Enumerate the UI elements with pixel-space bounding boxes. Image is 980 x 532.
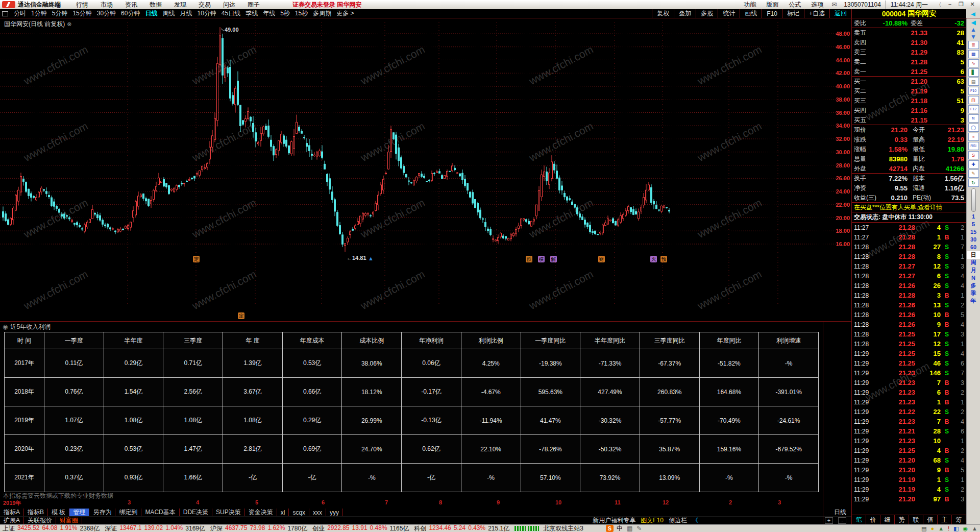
quote-tab-价[interactable]: 价 [866,515,880,524]
coin-icon[interactable]: ● [930,525,934,532]
bottom-tab-scqx[interactable]: scqx [289,509,309,516]
strip-period-季[interactable]: 季 [967,289,980,297]
period-tab-15秒[interactable]: 15秒 [292,9,310,18]
menu-item-版面[interactable]: 版面 [761,1,783,9]
bottom-tab-xxx[interactable]: xxx [309,509,326,516]
server-name[interactable]: 北京双线主站3 [543,524,583,532]
maximize-button[interactable]: ❐ [955,1,967,9]
strip-period-15[interactable]: 15 [967,228,980,236]
layout-icon[interactable] [2,11,8,16]
menu-item-数据[interactable]: 数据 [143,1,168,9]
wave-icon[interactable]: ≈ [968,133,979,141]
bottom-tab-yyy[interactable]: yyy [326,509,343,516]
period-tab-1分钟[interactable]: 1分钟 [29,9,50,18]
strip-period-日[interactable]: 日 [967,251,980,259]
quote-tab-筹[interactable]: 筹 [952,515,966,524]
tree-icon[interactable]: ▲ [938,525,944,532]
rsi-icon[interactable]: RSI [968,142,979,150]
collapse-icon[interactable]: ◉ [3,323,8,330]
strip-period-多[interactable]: 多 [967,282,980,289]
bid-row[interactable]: 买四21.169 [852,106,966,115]
quote-tab-联[interactable]: 联 [909,515,923,524]
period-tab-15分钟[interactable]: 15分钟 [70,9,94,18]
panel-icon[interactable]: ◧ [953,525,959,532]
big-order-alert[interactable]: 在买盘***位置有大买单,查看详情 [852,203,966,212]
s-indicator-icon[interactable]: S [968,151,979,159]
strip-period-周[interactable]: 周 [967,259,980,267]
period-tab-周线[interactable]: 周线 [160,9,177,18]
candlestick-chart[interactable]: 国华网安(日线 前复权)⊗ 48.0046.0044.0042.0040.003… [0,18,851,322]
period-tab-10分钟[interactable]: 10分钟 [194,9,218,18]
ask-row[interactable]: 卖五21.3328 [852,28,966,38]
keyboard-icon[interactable]: ▦ [627,525,632,532]
quote-tab-值[interactable]: 值 [923,515,938,524]
scrollbar-thumb[interactable] [971,188,976,212]
sidebar-link[interactable]: 侧边栏 [669,516,687,525]
bottom-tab-关联报价[interactable]: 关联报价 [24,517,56,524]
action-F10[interactable]: F10 [762,9,782,18]
trend-line-icon[interactable]: ∿ [968,59,979,67]
f12-icon[interactable]: F12 [968,105,979,113]
menu-item-发现[interactable]: 发现 [168,1,192,9]
menu-item-交易[interactable]: 交易 [192,1,217,9]
zoom-in-button[interactable]: + [825,517,833,524]
period-tab-年线[interactable]: 年线 [260,9,278,18]
tick-list[interactable]: 11:2721.284S211:2721.281B111:2821.2827S7… [852,223,966,515]
kline-icon[interactable]: ▋ [968,68,979,77]
bottom-tab-扩展A[interactable]: 扩展A [0,517,24,524]
action-+自选[interactable]: +自选 [804,9,829,18]
menu-item-选项[interactable]: 选项 [806,1,828,9]
action-标记[interactable]: 标记 [782,9,804,18]
refresh-icon[interactable]: ↻ [968,179,979,187]
period-tab-60分钟[interactable]: 60分钟 [118,9,142,18]
up-icon[interactable]: ▲ [972,525,977,532]
action-叠加[interactable]: 叠加 [674,9,696,18]
strip-period-1[interactable]: 1 [967,213,980,221]
period-tab-季线[interactable]: 季线 [243,9,260,18]
message-icon[interactable]: ✉ [831,1,837,8]
bottom-tab-MACD基本[interactable]: MACD基本 [141,509,179,516]
alert-icon[interactable]: ! [948,525,949,532]
close-icon[interactable]: ⊗ [67,21,71,27]
bottom-tab-xl[interactable]: xl [277,509,289,516]
bottom-tab-模 板[interactable]: 模 板 [48,509,69,516]
back-arrow-icon[interactable]: ◀ [971,19,975,26]
quote-tab-细[interactable]: 细 [880,515,895,524]
quote-tab-势[interactable]: 势 [895,515,909,524]
bid-row[interactable]: 买五21.153 [852,115,966,125]
strip-period-5[interactable]: 5 [967,221,980,228]
period-tab-30分钟[interactable]: 30分钟 [94,9,118,18]
strip-period-N[interactable]: N [967,274,980,282]
bottom-tab-指标B[interactable]: 指标B [24,509,48,516]
minimize-button[interactable]: − [944,1,955,9]
strip-period-30[interactable]: 30 [967,236,980,244]
index-quote-沪深[interactable]: 沪深4637.7573.981.62%1780亿 [210,524,307,532]
bottom-tab-指标A[interactable]: 指标A [0,509,24,516]
index-quote-创业[interactable]: 创业2922.8513.910.48%1165亿 [312,524,409,532]
period-tab-月线[interactable]: 月线 [177,9,194,18]
period-tab-多周期[interactable]: 多周期 [310,9,334,18]
zixuan-icon[interactable]: 自 [968,96,979,104]
formula-icon[interactable]: fx [968,114,979,123]
report-icon[interactable]: ≣ [968,41,979,49]
strip-period-年[interactable]: 年 [967,297,980,305]
menu-item-行情[interactable]: 行情 [70,1,94,9]
action-多股[interactable]: 多股 [696,9,718,18]
bottom-tab-绑定到[interactable]: 绑定到 [115,509,141,516]
bid-row[interactable]: 买三21.1851 [852,96,966,106]
ime-language-label[interactable]: 中 [617,524,623,532]
back-arrow-icon[interactable]: ◀ [966,9,980,18]
promo-f10-link[interactable]: 图文F10 [641,516,664,525]
login-notice[interactable]: 证券交易未登录 国华网安 [292,1,361,9]
sidebar-arrow-icon[interactable]: 《 [692,516,698,525]
page-icon[interactable]: ▤ [921,525,926,532]
document-icon[interactable]: ▤ [968,78,979,86]
index-quote-深证[interactable]: 深证13467.1139.021.04%3169亿 [105,524,205,532]
strip-period-60[interactable]: 60 [967,244,980,251]
menu-item-功能[interactable]: 功能 [739,1,761,9]
down-arrow-icon[interactable]: ▼ [970,33,976,40]
menu-item-问达[interactable]: 问达 [217,1,241,9]
bid-row[interactable]: 买二21.195 [852,86,966,96]
f10-icon[interactable]: F10 [968,87,979,95]
period-tab-5秒[interactable]: 5秒 [278,9,292,18]
